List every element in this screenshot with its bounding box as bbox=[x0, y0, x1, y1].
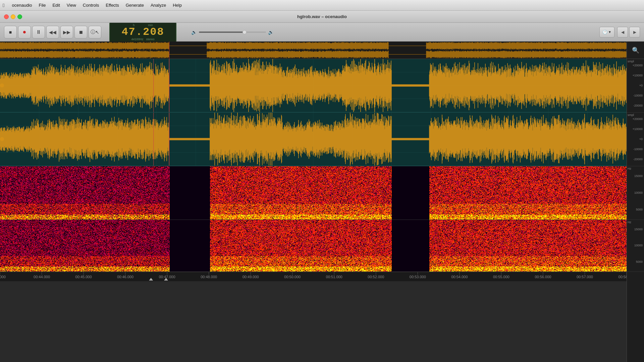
scale-val-15000-bottom: 15000 bbox=[628, 228, 643, 231]
volume-control: 🔈 🔊 bbox=[191, 29, 274, 35]
right-scale: 🔍 smpl +20000 +10000 +0 -10000 -20000 sm… bbox=[627, 42, 644, 362]
scale-val-5000-top: 5000 bbox=[628, 208, 643, 211]
scale-val-n10000-bottom: -10000 bbox=[628, 148, 643, 151]
time-display: h min 47.208 44100Hz stereo bbox=[109, 21, 176, 43]
scale-spectrogram-top: Hz 15000 10000 5000 bbox=[627, 166, 644, 220]
timeline-labels-canvas bbox=[0, 272, 627, 281]
main-area: 🔍 smpl +20000 +10000 +0 -10000 -20000 sm… bbox=[0, 42, 644, 362]
scale-val-5000-bottom: 5000 bbox=[628, 260, 643, 263]
maximize-button[interactable] bbox=[17, 14, 22, 19]
scale-val-10000-top: +10000 bbox=[628, 74, 643, 77]
scale-unit-hz-top: Hz bbox=[627, 167, 631, 170]
waveform-bottom-canvas bbox=[0, 113, 627, 166]
scale-val-0-top: +0 bbox=[628, 84, 643, 87]
menu-analyze[interactable]: Analyze bbox=[147, 2, 169, 8]
window-title: hglrob.wav – ocenaudio bbox=[297, 14, 347, 19]
menu-effects[interactable]: Effects bbox=[102, 2, 122, 8]
scale-waveform-bottom: smpl +20000 +10000 +0 -10000 -20000 bbox=[627, 113, 644, 166]
waveform-track-bottom[interactable] bbox=[0, 113, 627, 166]
waveform-track-top[interactable] bbox=[0, 59, 627, 113]
volume-min-icon: 🔈 bbox=[191, 29, 197, 35]
scale-waveform-top: smpl +20000 +10000 +0 -10000 -20000 bbox=[627, 59, 644, 113]
scale-val-10000-spec-top: 10000 bbox=[628, 191, 643, 194]
menu-generate[interactable]: Generate bbox=[122, 2, 147, 8]
menu-bar:  ocenaudio File Edit View Controls Effe… bbox=[0, 0, 644, 11]
record-button[interactable]: ● bbox=[18, 26, 31, 39]
menu-help[interactable]: Help bbox=[169, 2, 185, 8]
volume-slider[interactable] bbox=[199, 32, 266, 33]
scale-val-20000-bottom: +20000 bbox=[628, 118, 643, 121]
menu-controls[interactable]: Controls bbox=[79, 2, 102, 8]
sample-rate: 44100Hz bbox=[131, 38, 143, 41]
time-info: 44100Hz stereo bbox=[131, 38, 154, 41]
forward-button[interactable]: ▶▶ bbox=[60, 26, 73, 39]
scale-val-20000-top: +20000 bbox=[628, 64, 643, 67]
nav-back-button[interactable]: ◀ bbox=[617, 27, 628, 38]
zoom-icon[interactable]: 🔍 bbox=[632, 47, 639, 54]
overview-waveform-canvas bbox=[0, 42, 627, 59]
volume-max-icon: 🔊 bbox=[268, 29, 274, 35]
scale-val-10000-bottom: +10000 bbox=[628, 128, 643, 131]
nav-forward-button[interactable]: ▶ bbox=[629, 27, 640, 38]
toolbar: ■ ● ⏸ ◀◀ ▶▶ ⏹ ⓘ ↖ h min 47.208 44100Hz s… bbox=[0, 23, 644, 42]
overview-ruler[interactable] bbox=[0, 42, 627, 59]
tracks-area bbox=[0, 42, 627, 362]
spectrogram-track-bottom[interactable] bbox=[0, 220, 627, 272]
apple-logo-icon:  bbox=[3, 2, 4, 8]
channels: stereo bbox=[146, 38, 155, 41]
scale-val-15000-top: 15000 bbox=[628, 175, 643, 178]
minimize-button[interactable] bbox=[11, 14, 15, 19]
scale-unit-smpl-top: smpl bbox=[627, 60, 634, 63]
cursor-icon: ↖ bbox=[95, 29, 99, 35]
scale-spectrogram-bottom: Hz 15000 10000 5000 bbox=[627, 220, 644, 272]
menu-file[interactable]: File bbox=[35, 2, 49, 8]
scale-val-n20000-bottom: -20000 bbox=[628, 158, 643, 161]
spectrogram-bottom-canvas bbox=[0, 220, 627, 272]
menu-view[interactable]: View bbox=[63, 2, 79, 8]
time-format-button[interactable]: 🕐 ▼ bbox=[599, 27, 614, 38]
stop-button[interactable]: ■ bbox=[4, 26, 17, 39]
window-controls bbox=[4, 14, 22, 19]
spectrogram-top-canvas bbox=[0, 166, 627, 220]
title-bar: hglrob.wav – ocenaudio bbox=[0, 11, 644, 23]
scale-val-n10000-top: -10000 bbox=[628, 94, 643, 97]
close-button[interactable] bbox=[4, 14, 9, 19]
stop2-button[interactable]: ⏹ bbox=[74, 26, 87, 39]
timeline-bottom bbox=[0, 272, 627, 281]
volume-thumb[interactable] bbox=[243, 30, 247, 34]
scale-unit-hz-bottom: Hz bbox=[627, 221, 631, 224]
pause-button[interactable]: ⏸ bbox=[32, 26, 45, 39]
scale-val-0-bottom: +0 bbox=[628, 138, 643, 141]
menu-edit[interactable]: Edit bbox=[49, 2, 63, 8]
waveform-top-canvas bbox=[0, 59, 627, 112]
scale-unit-smpl-bottom: smpl bbox=[627, 113, 634, 117]
rewind-button[interactable]: ◀◀ bbox=[46, 26, 59, 39]
spectrogram-track-top[interactable] bbox=[0, 166, 627, 220]
menu-ocenaudio[interactable]: ocenaudio bbox=[8, 2, 35, 8]
scale-val-n20000-top: -20000 bbox=[628, 104, 643, 107]
info-button[interactable]: ⓘ ↖ bbox=[89, 26, 101, 39]
scale-val-10000-spec-bottom: 10000 bbox=[628, 244, 643, 247]
time-value: 47.208 bbox=[121, 27, 164, 38]
